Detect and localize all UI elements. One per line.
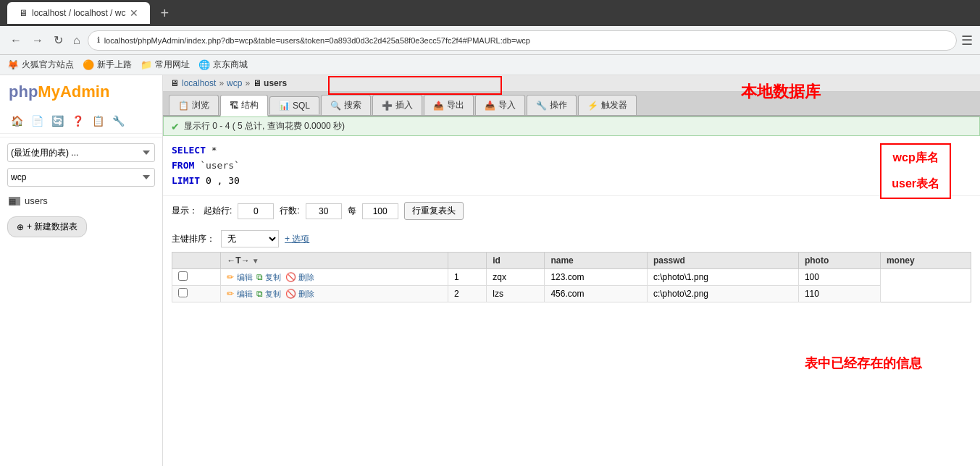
sidebar-settings-icon[interactable]: 🔧 xyxy=(110,113,126,129)
sidebar-home-icon[interactable]: 🏠 xyxy=(9,113,25,129)
breadcrumb-wcp[interactable]: wcp xyxy=(227,78,242,88)
edit-icon-1[interactable]: ✏ xyxy=(227,272,234,282)
sidebar-help-icon[interactable]: ❓ xyxy=(70,113,85,129)
data-table: ←T→ ▼ id name xyxy=(172,252,971,302)
browse-icon: 📋 xyxy=(178,101,189,111)
tab-close-button[interactable]: ✕ xyxy=(130,7,138,19)
bookmark-common[interactable]: 📁 常用网址 xyxy=(141,59,190,71)
jd-icon: 🌐 xyxy=(198,59,210,70)
browser-tab[interactable]: 🖥 localhost / localhost / wc ✕ xyxy=(7,2,150,24)
repeat-header-button[interactable]: 行重复表头 xyxy=(404,202,464,220)
db-selector: wcp xyxy=(7,168,155,187)
database-select[interactable]: wcp xyxy=(7,168,155,187)
row-checkbox[interactable] xyxy=(172,286,221,302)
edit-link-2[interactable]: 编辑 xyxy=(237,289,253,298)
rows-label: 行数: xyxy=(280,205,299,217)
forward-button[interactable]: → xyxy=(29,31,46,50)
common-icon: 📁 xyxy=(141,59,152,70)
triggers-icon: ⚡ xyxy=(587,101,598,111)
copy-link-2[interactable]: 复制 xyxy=(265,289,281,298)
copy-icon-1[interactable]: ⧉ xyxy=(256,272,263,282)
sidebar: phpMyAdmin 🏠 📄 🔄 ❓ 📋 🔧 (最近使用的表) ... wcp xyxy=(0,75,163,466)
row-actions: ✏ 编辑 ⧉ 复制 🚫 删除 xyxy=(221,269,448,286)
sql-limit-values: 0 , 30 xyxy=(200,175,240,186)
back-button[interactable]: ← xyxy=(7,31,25,50)
address-bar[interactable]: ℹ localhost/phpMyAdmin/index.php?db=wcp&… xyxy=(88,30,957,51)
edit-icon-2[interactable]: ✏ xyxy=(227,289,234,299)
th-passwd[interactable]: passwd xyxy=(647,253,798,269)
db-table-annotation: wcp库名 user表名 xyxy=(880,143,951,199)
copy-icon-2[interactable]: ⧉ xyxy=(256,289,263,299)
row-money-2: 110 xyxy=(798,286,880,302)
newbie-icon: 🟠 xyxy=(83,59,94,70)
user-label: user表名 xyxy=(892,177,939,192)
bookmark-newbie[interactable]: 🟠 新手上路 xyxy=(83,59,132,71)
home-button[interactable]: ⌂ xyxy=(70,31,83,50)
bookmark-jd[interactable]: 🌐 京东商城 xyxy=(198,59,248,71)
row-checkbox[interactable] xyxy=(172,269,221,286)
row-name-1: zqx xyxy=(487,269,545,286)
row-name-2: lzs xyxy=(487,286,545,302)
sidebar-clipboard-icon[interactable]: 📋 xyxy=(90,113,106,129)
copy-link-1[interactable]: 复制 xyxy=(265,273,281,281)
sidebar-icons: 🏠 📄 🔄 ❓ 📋 🔧 xyxy=(0,109,162,134)
tab-import[interactable]: 📥 导入 xyxy=(475,95,525,115)
table-row: ✏ 编辑 ⧉ 复制 🚫 删除 1 zqx 123.com c:\photo\1.… xyxy=(172,269,971,286)
recent-table-select[interactable]: (最近使用的表) ... xyxy=(7,143,155,162)
sort-arrow-actions[interactable]: ▼ xyxy=(252,257,259,265)
plus-icon: ⊕ xyxy=(17,222,24,232)
start-label: 起始行: xyxy=(204,205,232,217)
new-tab-button[interactable]: + xyxy=(156,5,173,22)
status-bar: ✔ 显示行 0 - 4 ( 5 总计, 查询花费 0.0000 秒) xyxy=(163,116,980,136)
browser-chrome: 🖥 localhost / localhost / wc ✕ + xyxy=(0,0,980,26)
main-layout: phpMyAdmin 🏠 📄 🔄 ❓ 📋 🔧 (最近使用的表) ... wcp xyxy=(0,75,980,466)
rows-input[interactable] xyxy=(306,203,342,219)
th-name[interactable]: name xyxy=(545,253,648,269)
sort-label: 主键排序： xyxy=(172,233,215,245)
db-recent-selector: (最近使用的表) ... xyxy=(7,143,155,162)
start-input[interactable] xyxy=(238,203,274,219)
sql-limit-keyword: LIMIT xyxy=(172,175,200,186)
tab-browse[interactable]: 📋 浏览 xyxy=(169,95,219,115)
bookmarks-bar: 🦊 火狐官方站点 🟠 新手上路 📁 常用网址 🌐 京东商城 xyxy=(0,55,980,75)
tab-sql[interactable]: 📊 SQL xyxy=(269,96,319,114)
sql-select-keyword: SELECT xyxy=(172,145,206,156)
status-check-icon: ✔ xyxy=(171,121,180,132)
browser-menu-icon[interactable]: ☰ xyxy=(961,33,973,48)
tab-operations[interactable]: 🔧 操作 xyxy=(527,95,577,115)
tab-search[interactable]: 🔍 搜索 xyxy=(321,95,371,115)
th-id[interactable]: id xyxy=(487,253,545,269)
breadcrumb-localhost[interactable]: localhost xyxy=(182,78,216,88)
per-input[interactable] xyxy=(362,203,398,219)
row-check-1[interactable] xyxy=(178,271,188,281)
options-link[interactable]: + 选项 xyxy=(285,233,309,245)
sidebar-doc-icon[interactable]: 📄 xyxy=(29,113,45,129)
sidebar-refresh-icon[interactable]: 🔄 xyxy=(49,113,65,129)
sort-bar: 主键排序： 无 + 选项 xyxy=(163,226,980,252)
delete-icon-1[interactable]: 🚫 xyxy=(285,272,296,282)
row-check-2[interactable] xyxy=(178,288,188,297)
browser-toolbar: ← → ↻ ⌂ ℹ localhost/phpMyAdmin/index.php… xyxy=(0,26,980,55)
breadcrumb-users[interactable]: 🖥 users xyxy=(253,78,287,88)
edit-link-1[interactable]: 编辑 xyxy=(237,273,253,281)
delete-link-1[interactable]: 删除 xyxy=(298,273,314,281)
th-photo[interactable]: photo xyxy=(798,253,880,269)
tab-triggers[interactable]: ⚡ 触发器 xyxy=(578,95,637,115)
tab-insert[interactable]: ➕ 插入 xyxy=(372,95,422,115)
tab-structure[interactable]: 🏗 结构 xyxy=(220,95,268,116)
logo-php: php xyxy=(9,82,38,101)
delete-link-2[interactable]: 删除 xyxy=(298,289,314,298)
th-empty xyxy=(448,253,487,269)
sort-select[interactable]: 无 xyxy=(221,230,279,247)
bookmark-firefox[interactable]: 🦊 火狐官方站点 xyxy=(7,59,74,71)
th-checkbox xyxy=(172,253,221,269)
refresh-button[interactable]: ↻ xyxy=(51,30,66,50)
firefox-icon: 🦊 xyxy=(7,59,19,70)
new-table-button[interactable]: ⊕ + 新建数据表 xyxy=(7,216,87,237)
sidebar-item-users[interactable]: ▦ users xyxy=(0,191,162,211)
export-icon: 📤 xyxy=(433,101,444,111)
delete-icon-2[interactable]: 🚫 xyxy=(285,289,296,299)
tab-export[interactable]: 📤 导出 xyxy=(424,95,474,115)
bookmark-label: 火狐官方站点 xyxy=(22,59,74,71)
th-money[interactable]: money xyxy=(880,253,971,269)
